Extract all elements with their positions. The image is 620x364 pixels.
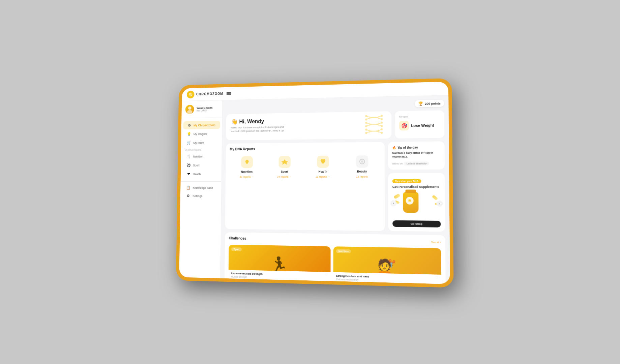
trophy-small-icon: 🏆: [319, 281, 322, 284]
beauty-report-count: 12 reports: [356, 175, 367, 178]
nav-label-nutrition: Nutrition: [193, 155, 203, 158]
report-card-sport[interactable]: Sport 24 reports →: [267, 152, 302, 182]
nav-label-insights: My Insights: [193, 132, 207, 135]
nutrition-report-name: Nutrition: [241, 170, 252, 174]
heart-icon-nutrition[interactable]: ♡: [435, 275, 438, 279]
sidebar-item-sport[interactable]: ⚽ Sport: [182, 161, 219, 170]
sidebar-item-my-store[interactable]: 🛒 My Store: [183, 139, 220, 147]
svg-point-25: [381, 132, 383, 134]
chevron-right-icon: ›: [440, 241, 441, 244]
svg-point-21: [381, 125, 383, 127]
report-card-beauty[interactable]: Beauty 12 reports: [344, 152, 380, 182]
top-row: 👋 Hi, Wendy Great job! You have complete…: [226, 110, 444, 140]
go-shop-button[interactable]: Go Shop: [392, 220, 441, 227]
trophy-icon: 🏆: [418, 101, 423, 106]
health-icon-box: [317, 156, 329, 168]
goal-card: My goal 🎯 Lose Weight: [395, 110, 444, 139]
tip-tag: Lactose sensitivity: [404, 161, 429, 165]
tablet-device: CHROMOZOOM: [176, 78, 453, 288]
nutrition-icon-box: [241, 156, 253, 168]
middle-section: My DNA Reports Nutrition 21 reports →: [225, 141, 445, 232]
greeting-emoji: 👋: [231, 119, 239, 125]
see-all-button[interactable]: See all ›: [431, 241, 441, 244]
rating-value-sport: 4.8/5: [235, 279, 240, 282]
rating-value-nutrition: 5/5: [340, 282, 343, 284]
tip-card: 🔥 Tip of the day Maintain a daily intake…: [388, 141, 444, 170]
svg-point-4: [187, 110, 192, 114]
dna-reports-title: My DNA Reports: [230, 146, 380, 151]
chromozoom-icon: ⊙: [187, 123, 191, 128]
sport-icon-box: [278, 156, 290, 168]
challenges-row: Sport 🏃 Increase muscle strength Muscle …: [228, 245, 441, 284]
challenge-card-nutrition[interactable]: Nutrition 💇 Strengthen hair and nails Ca…: [333, 246, 441, 284]
star-rating-sport: ★: [231, 279, 233, 282]
goal-label: My goal: [399, 115, 440, 118]
svg-point-22: [365, 128, 367, 130]
sidebar-item-nutrition[interactable]: 🍴 Nutrition: [183, 152, 220, 160]
challenge-meta-sport: ★ 4.8/5 🕐 12 days 🏆: [231, 279, 328, 284]
sidebar-item-health[interactable]: ❤ Health: [182, 170, 219, 178]
sidebar-item-my-insights[interactable]: 💡 My Insights: [183, 130, 220, 138]
challenge-days-nutrition: 🕐 4 days: [345, 282, 356, 284]
challenge-stats-nutrition: ★ 5/5 🕐 4 days: [336, 282, 356, 284]
welcome-message: Great job! You have completed 8 challeng…: [231, 125, 290, 133]
sidebar-item-my-chromozoom[interactable]: ⊙ My Chromozoom: [183, 121, 220, 129]
sidebar-item-knowledge-base[interactable]: 📋 Knowledge Base: [182, 184, 219, 192]
reports-row: Nutrition 21 reports → Sport: [229, 152, 380, 182]
nav-label-chromozoom: My Chromozoom: [194, 123, 215, 127]
heart-icon-sport[interactable]: ♡: [325, 273, 328, 277]
report-card-health[interactable]: Health 18 reports →: [305, 152, 341, 182]
insights-icon: 💡: [187, 132, 191, 136]
fire-icon: 🔥: [392, 146, 396, 149]
user-kit: KIT: 00003: [197, 109, 212, 112]
nav-label-sport: Sport: [193, 163, 199, 167]
tip-text: Maintain a daily intake of 4 μg of vitam…: [392, 151, 440, 158]
supplements-title: Get Personalised Supplements: [392, 185, 440, 189]
nav-label-settings: Settings: [193, 194, 202, 198]
sport-report-name: Sport: [281, 170, 288, 173]
settings-icon: ⚙: [186, 194, 190, 198]
points-value: 200 points: [425, 101, 441, 105]
hair-icon: 💇: [377, 258, 395, 275]
svg-point-0: [188, 92, 192, 96]
report-card-nutrition[interactable]: Nutrition 21 reports →: [229, 153, 264, 182]
dna-reports-panel: My DNA Reports Nutrition 21 reports →: [225, 142, 385, 231]
sport-nav-icon: ⚽: [186, 163, 190, 168]
svg-point-3: [188, 107, 191, 110]
knowledge-icon: 📋: [186, 186, 190, 190]
challenge-days-sport: 🕐 12 days: [242, 279, 254, 282]
svg-point-26: [245, 160, 248, 163]
tip-title: 🔥 Tip of the day: [392, 146, 440, 149]
prev-arrow[interactable]: ‹: [390, 200, 396, 207]
svg-point-17: [381, 118, 383, 120]
svg-point-29: [361, 160, 363, 162]
dna-reports-section-label: My DNA Reports: [181, 147, 222, 152]
health-report-count: 18 reports →: [315, 175, 330, 178]
store-icon: 🛒: [186, 141, 191, 145]
sidebar-item-settings[interactable]: ⚙ Settings: [182, 192, 219, 200]
nav-label-store: My Store: [193, 141, 204, 144]
user-info: Wendy Smith KIT: 00003: [197, 107, 212, 112]
main-layout: Wendy Smith KIT: 00003 ⊙ My Chromozoom 💡…: [179, 95, 450, 284]
hamburger-menu[interactable]: [226, 92, 231, 95]
challenge-card-sport[interactable]: Sport 🏃 Increase muscle strength Muscle …: [228, 245, 330, 284]
health-nav-icon: ❤: [186, 172, 190, 176]
tablet-screen: CHROMOZOOM: [179, 82, 450, 284]
goal-icon: 🎯: [399, 121, 409, 130]
challenge-stats-sport: ★ 4.8/5 🕐 12 days: [231, 279, 254, 282]
user-profile: Wendy Smith KIT: 00003: [181, 104, 222, 118]
challenge-points-sport: 🏆 +280: [319, 281, 328, 284]
avatar: [185, 105, 194, 114]
challenges-header: Challenges See all ›: [229, 236, 441, 245]
sidebar: Wendy Smith KIT: 00003 ⊙ My Chromozoom 💡…: [179, 100, 223, 278]
points-badge: 🏆 200 points: [415, 100, 444, 108]
sport-report-count: 24 reports →: [277, 175, 292, 178]
clock-icon: 🕐: [242, 279, 245, 282]
beauty-report-name: Beauty: [357, 170, 367, 173]
challenge-info-sport: Increase muscle strength Muscle strength…: [228, 270, 330, 284]
health-report-name: Health: [318, 170, 327, 173]
supplements-card: ‹ › Based on your DNA Get Personalised S…: [388, 173, 445, 232]
supplements-tag: Based on your DNA: [392, 179, 421, 183]
next-arrow[interactable]: ›: [436, 201, 443, 207]
logo-icon: [187, 90, 195, 98]
